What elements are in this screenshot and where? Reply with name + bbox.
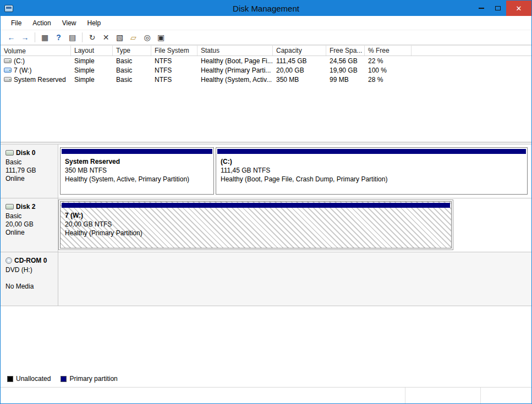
layout-cell: Simple [71, 57, 113, 65]
freespace-cell: 24,56 GB [326, 57, 365, 65]
drive-icon [4, 58, 12, 63]
export-list-icon[interactable]: ▤ [66, 31, 79, 43]
column-header-layout[interactable]: Layout [71, 46, 113, 56]
disk-2-header[interactable]: Disk 2 Basic 20,00 GB Online [1, 198, 58, 252]
toolbar-separator [35, 32, 35, 42]
search-icon[interactable]: ◎ [141, 31, 153, 43]
partition-color-band [62, 203, 450, 208]
close-icon: ✕ [516, 4, 522, 13]
caption-buttons: ✕ [473, 1, 531, 16]
minimize-button[interactable] [473, 1, 490, 16]
title-bar: Disk Management ✕ [1, 1, 531, 16]
type-cell: Basic [113, 67, 151, 74]
cdrom-drive-letter: DVD (H:) [6, 266, 54, 274]
delete-volume-icon[interactable]: ✕ [100, 31, 112, 43]
cd-icon [6, 257, 12, 264]
column-header-type[interactable]: Type [113, 46, 151, 56]
disk-type: Basic [6, 212, 54, 220]
open-folder-icon[interactable]: ▱ [127, 31, 140, 43]
menu-view[interactable]: View [57, 17, 81, 29]
status-bar-cell [405, 388, 480, 403]
drive-icon [4, 68, 12, 73]
legend-label: Unallocated [16, 375, 51, 383]
disk-name: Disk 2 [16, 203, 35, 211]
partition-c[interactable]: (C:) 111,45 GB NTFS Healthy (Boot, Page … [216, 147, 528, 195]
disk-size: 111,79 GB [6, 167, 54, 175]
volume-row-w[interactable]: 7 (W:) Simple Basic NTFS Healthy (Primar… [1, 65, 531, 75]
percentfree-cell: 28 % [365, 76, 412, 84]
status-bar-cell [480, 388, 531, 403]
maximize-button[interactable] [490, 1, 506, 16]
filesystem-cell: NTFS [151, 67, 198, 74]
status-cell: Healthy (Primary Parti... [198, 67, 273, 74]
volume-cell: 7 (W:) [1, 67, 71, 74]
volume-cell: (C:) [1, 57, 71, 65]
partition-color-band [62, 149, 212, 154]
volume-label: 7 (W:) [14, 67, 31, 74]
type-cell: Basic [113, 76, 151, 84]
console-tree-icon[interactable]: ▦ [39, 31, 51, 43]
volume-label: (C:) [14, 57, 25, 65]
volume-cell: System Reserved [1, 76, 71, 84]
disk-2-partitions: 7 (W:) 20,00 GB NTFS Healthy (Primary Pa… [58, 198, 531, 252]
disk-icon [6, 204, 14, 209]
status-bar [1, 387, 531, 403]
help-icon[interactable]: ? [52, 31, 65, 43]
freespace-cell: 19,90 GB [326, 67, 365, 74]
menu-help[interactable]: Help [83, 17, 106, 29]
window-title: Disk Management [1, 4, 531, 13]
filesystem-cell: NTFS [151, 76, 198, 84]
disk-0-header[interactable]: Disk 0 Basic 111,79 GB Online [1, 145, 58, 198]
disk-name: Disk 0 [16, 149, 35, 157]
device-manager-icon[interactable]: ▣ [155, 31, 167, 43]
back-icon[interactable]: ← [5, 31, 18, 43]
partition-system-reserved[interactable]: System Reserved 350 MB NTFS Healthy (Sys… [60, 147, 214, 195]
legend-primary-partition: Primary partition [61, 375, 117, 383]
partition-size: 350 MB NTFS [65, 167, 213, 174]
partition-status: Healthy (Primary Partition) [65, 229, 451, 237]
capacity-cell: 20,00 GB [273, 67, 326, 74]
disk-status: Online [6, 175, 54, 183]
column-header-status[interactable]: Status [198, 46, 273, 56]
column-header-filler [412, 46, 531, 56]
volume-row-system-reserved[interactable]: System Reserved Simple Basic NTFS Health… [1, 75, 531, 84]
column-header-volume[interactable]: Volume [1, 46, 71, 56]
disk-0-row: Disk 0 Basic 111,79 GB Online System Res… [1, 145, 531, 198]
status-cell: Healthy (System, Activ... [198, 76, 273, 84]
volume-list-header: Volume Layout Type File System Status Ca… [1, 46, 531, 56]
partition-w-selected[interactable]: 7 (W:) 20,00 GB NTFS Healthy (Primary Pa… [60, 201, 452, 248]
menu-file[interactable]: File [6, 17, 26, 29]
layout-cell: Simple [71, 67, 113, 74]
status-cell: Healthy (Boot, Page Fi... [198, 57, 273, 65]
column-header-filesystem[interactable]: File System [151, 46, 198, 56]
refresh-icon[interactable]: ↻ [86, 31, 98, 43]
disk-0-partitions: System Reserved 350 MB NTFS Healthy (Sys… [58, 145, 531, 198]
filesystem-cell: NTFS [151, 57, 198, 65]
column-header-freespace[interactable]: Free Spa... [326, 46, 365, 56]
column-header-capacity[interactable]: Capacity [273, 46, 326, 56]
capacity-cell: 350 MB [273, 76, 326, 84]
partition-size: 111,45 GB NTFS [221, 167, 527, 174]
primary-partition-swatch [61, 376, 67, 382]
minimize-icon [479, 8, 484, 9]
partition-status: Healthy (System, Active, Primary Partiti… [65, 175, 213, 183]
pane-filler [1, 306, 531, 374]
cdrom-0-header[interactable]: CD-ROM 0 DVD (H:) No Media [1, 252, 58, 306]
percentfree-cell: 100 % [365, 67, 412, 74]
freespace-cell: 99 MB [326, 76, 365, 84]
toolbar-separator [82, 32, 83, 42]
cdrom-0-row: CD-ROM 0 DVD (H:) No Media [1, 252, 531, 306]
status-bar-message-area [1, 388, 405, 403]
unallocated-swatch [7, 376, 13, 382]
partition-color-band [217, 149, 526, 154]
volume-label: System Reserved [14, 76, 66, 84]
volume-row-c[interactable]: (C:) Simple Basic NTFS Healthy (Boot, Pa… [1, 56, 531, 65]
menu-action[interactable]: Action [28, 17, 56, 29]
properties-icon[interactable]: ▧ [113, 31, 126, 43]
close-button[interactable]: ✕ [506, 1, 531, 16]
legend-unallocated: Unallocated [7, 375, 51, 383]
column-header-percentfree[interactable]: % Free [365, 46, 412, 56]
forward-icon[interactable]: → [19, 31, 31, 43]
partition-status: Healthy (Boot, Page File, Crash Dump, Pr… [221, 175, 527, 183]
partition-name: System Reserved [65, 158, 213, 165]
